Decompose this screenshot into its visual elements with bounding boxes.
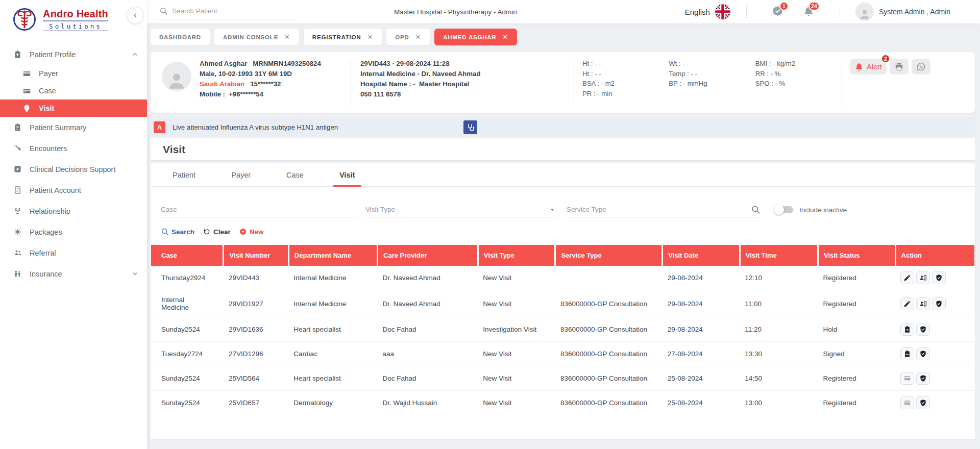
column-header-visit-time[interactable]: Visit Time: [740, 245, 818, 266]
new-button[interactable]: New: [239, 228, 264, 236]
shield-check-button[interactable]: [932, 297, 946, 310]
sidebar-item-patient-account[interactable]: Patient Account: [0, 180, 147, 201]
sidebar-item-label: Relationship: [30, 207, 70, 215]
topbar-right: English 1 24 System Admin , Admin: [685, 3, 980, 21]
case-card-icon: [22, 87, 31, 95]
patient-search-input[interactable]: [172, 7, 295, 15]
sidebar-item-patient-summary[interactable]: Patient Summary: [0, 117, 147, 138]
cell-case: Sunday2524: [151, 391, 224, 415]
column-header-visit-date[interactable]: Visit Date: [663, 245, 740, 266]
column-header-visit-number[interactable]: Visit Number: [224, 245, 288, 266]
notifications-button[interactable]: 24: [803, 5, 815, 19]
case-filter[interactable]: [161, 202, 357, 217]
case-input[interactable]: [161, 206, 357, 213]
clear-button[interactable]: Clear: [203, 228, 231, 236]
shield-check-button[interactable]: [916, 396, 930, 409]
caduceus-logo-icon: [11, 6, 38, 33]
patient-card-button[interactable]: [916, 297, 930, 310]
shield-check-button[interactable]: [916, 372, 930, 385]
shield-check-button[interactable]: [916, 323, 930, 336]
tab-payer[interactable]: Payer: [213, 163, 268, 186]
print-button[interactable]: [890, 59, 909, 74]
sidebar-item-label: Insurance: [30, 270, 62, 278]
close-icon[interactable]: ✕: [503, 33, 509, 41]
service-type-filter[interactable]: [567, 202, 761, 217]
whatsapp-button[interactable]: [912, 59, 930, 74]
close-icon[interactable]: ✕: [284, 33, 290, 41]
cell-visit-status: Signed: [818, 342, 895, 366]
shield-check-button[interactable]: [932, 271, 946, 284]
toggle-knob[interactable]: [774, 205, 784, 215]
workspace-tab-label: ADMIN CONSOLE: [223, 34, 278, 40]
table-row[interactable]: Tuesday272427VID1296CardiacaaaNew Visit8…: [151, 342, 974, 366]
workspace-tab-admin-console[interactable]: ADMIN CONSOLE ✕: [214, 29, 299, 45]
shield-check-button[interactable]: [916, 347, 930, 360]
service-type-input[interactable]: [567, 206, 751, 213]
search-button-label: Search: [172, 228, 194, 236]
cell-care-provider: Dr. Naveed Ahmad: [378, 266, 478, 290]
sidebar-item-payer[interactable]: Payer: [0, 65, 147, 82]
toggle-track[interactable]: [775, 206, 793, 213]
clinical-info-button[interactable]: [463, 120, 477, 134]
table-row[interactable]: Sunday252425VID657DermatologyDr. Wajid H…: [151, 391, 974, 415]
column-header-case[interactable]: Case: [151, 245, 224, 266]
alert-button[interactable]: Alert 2: [850, 59, 887, 74]
sidebar-item-relationship[interactable]: Relationship: [0, 201, 147, 221]
column-header-visit-type[interactable]: Visit Type: [478, 245, 555, 266]
column-header-visit-status[interactable]: Visit Status: [818, 245, 895, 266]
sidebar-item-visit[interactable]: Visit: [0, 99, 147, 117]
workspace-tab-registration[interactable]: REGISTRATION ✕: [304, 29, 382, 45]
cell-department: Cardiac: [288, 342, 377, 366]
chevron-down-icon: [131, 270, 139, 278]
vitals-button[interactable]: [900, 347, 914, 360]
search-button[interactable]: Search: [161, 228, 194, 236]
workspace-tab-dashboard[interactable]: DASHBOARD: [151, 29, 210, 45]
table-row[interactable]: Internal Medicine29VID1927Internal Medic…: [151, 290, 974, 317]
language-selector[interactable]: English: [685, 4, 731, 20]
brand-title: Andro Health: [43, 8, 108, 21]
tab-patient[interactable]: Patient: [155, 163, 213, 186]
card-plus-button[interactable]: [900, 396, 914, 409]
edit-button[interactable]: [900, 271, 914, 284]
column-header-department-name[interactable]: Department Name: [288, 245, 377, 266]
column-header-action[interactable]: Action: [895, 245, 974, 266]
sidebar-item-clinical-decisions-support[interactable]: Clinical Decisions Support: [0, 159, 147, 180]
sidebar-item-patient-profile[interactable]: Patient Profile: [0, 44, 147, 65]
cell-visit-status: Hold: [818, 317, 895, 342]
cell-care-provider: Doc Fahad: [378, 366, 478, 391]
workspace-tab-ahmed-asghar[interactable]: AHMED ASGHAR ✕: [434, 29, 517, 45]
sidebar-item-referral[interactable]: Referral: [0, 242, 147, 263]
table-row[interactable]: Sunday252425VID564Heart specialistDoc Fa…: [151, 366, 974, 391]
tab-label: Visit: [339, 171, 355, 179]
relationship-icon: [13, 207, 22, 215]
visit-type-filter[interactable]: [365, 202, 556, 217]
table-row[interactable]: Sunday252429VID1636Heart specialistDoc F…: [151, 317, 974, 342]
column-header-service-type[interactable]: Service Type: [555, 245, 663, 266]
tab-visit[interactable]: Visit: [322, 163, 373, 186]
cell-actions: [895, 342, 974, 366]
patient-avatar: [162, 62, 191, 91]
sidebar-collapse-button[interactable]: [127, 7, 144, 24]
column-header-care-provider[interactable]: Care Provider: [378, 245, 478, 266]
visit-type-select[interactable]: [365, 206, 548, 213]
close-icon[interactable]: ✕: [367, 33, 373, 41]
include-inactive-toggle[interactable]: Include inactive: [775, 202, 847, 217]
patient-card-button[interactable]: [916, 271, 930, 284]
tab-case[interactable]: Case: [268, 163, 322, 186]
table-row[interactable]: Thursday292429VID443Internal MedicineDr.…: [151, 266, 974, 290]
patient-search[interactable]: [159, 4, 295, 19]
sidebar-item-insurance[interactable]: Insurance: [0, 263, 147, 284]
vitals-button[interactable]: [900, 323, 914, 336]
edit-button[interactable]: [900, 297, 914, 310]
card-plus-button[interactable]: [900, 372, 914, 385]
workspace-tab-opd[interactable]: OPD ✕: [386, 29, 430, 45]
user-menu[interactable]: System Admin , Admin: [855, 3, 950, 21]
sidebar-item-case[interactable]: Case: [0, 82, 147, 99]
sidebar-item-encounters[interactable]: Encounters: [0, 138, 147, 159]
clipboard-plus-icon: [13, 50, 22, 59]
sidebar-item-packages[interactable]: Packages: [0, 221, 147, 242]
section-tabs: Patient Payer Case Visit: [151, 163, 975, 187]
patient-demographics: Male, 10-02-1993 31Y 6M 19D: [200, 69, 351, 79]
close-icon[interactable]: ✕: [415, 33, 421, 41]
approvals-button[interactable]: 1: [772, 5, 783, 19]
